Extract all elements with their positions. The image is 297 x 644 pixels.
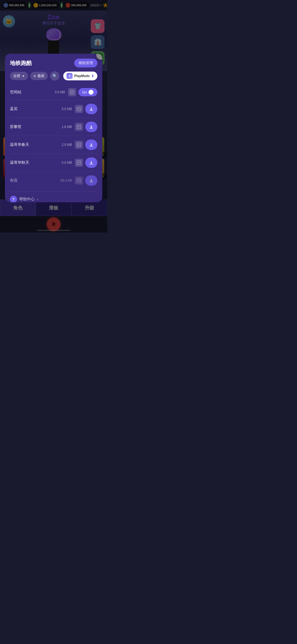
info-icon-5: [76, 178, 81, 183]
download-button-1[interactable]: [85, 104, 97, 114]
download-icon-1: [89, 107, 94, 111]
playmods-button[interactable]: P PlayMods ⬇: [63, 72, 97, 80]
mod-info-button-3[interactable]: [75, 141, 83, 149]
download-icon-5: [89, 178, 94, 183]
download-button-3[interactable]: [85, 140, 97, 150]
modal-header: 地铁跑酷 模组管理: [10, 59, 97, 67]
download-button-2[interactable]: [85, 122, 97, 132]
sort-label: 最新: [37, 73, 45, 78]
mod-info-button-0[interactable]: [68, 88, 76, 96]
info-icon-0: [70, 90, 75, 95]
toggle-circle-icon: [89, 90, 94, 95]
mod-name-5: 布宜: [10, 178, 60, 183]
mod-size-5: 39.4 KB: [60, 179, 72, 182]
mod-info-button-4[interactable]: [75, 159, 83, 167]
mod-size-4: 3.0 MB: [62, 161, 72, 165]
mod-item-1: 孟买 3.0 MB: [10, 100, 97, 118]
mod-item-2: 苏黎世 1.8 MB: [10, 118, 97, 136]
mod-name-0: 空间站: [10, 90, 55, 95]
filter-sort-button[interactable]: ≡ 最新: [30, 72, 48, 80]
mod-name-4: 温哥华秋天: [10, 160, 62, 165]
mod-size-2: 1.8 MB: [62, 125, 72, 129]
filter-all-dropdown[interactable]: 全部 ▼: [10, 72, 28, 80]
info-icon-4: [76, 160, 81, 165]
download-icon-3: [89, 143, 94, 147]
download-icon-2: [89, 125, 94, 129]
sort-icon: ≡: [34, 74, 36, 78]
download-icon-4: [89, 160, 94, 165]
download-button-5[interactable]: [85, 175, 97, 186]
help-center-label: 帮助中心: [19, 197, 35, 202]
mod-info-button-5[interactable]: [75, 176, 83, 185]
modal-title: 地铁跑酷: [10, 59, 32, 67]
info-icon-2: [76, 124, 81, 129]
help-arrow-icon: ›: [37, 197, 38, 202]
info-icon-1: [76, 107, 81, 111]
toggle-on-label: On: [82, 90, 87, 94]
mod-name-1: 孟买: [10, 107, 62, 111]
search-icon: 🔍: [53, 74, 57, 78]
mod-manage-button[interactable]: 模组管理: [74, 59, 97, 67]
filter-row: 全部 ▼ ≡ 最新 🔍 P PlayMods ⬇: [10, 71, 97, 81]
modal-panel: × 地铁跑酷 模组管理 全部 ▼ ≡ 最新 🔍 P PlayMods ⬇ 空间站…: [5, 54, 102, 202]
mod-size-3: 2.9 MB: [62, 143, 72, 147]
dropdown-arrow-icon: ▼: [22, 75, 25, 78]
filter-all-label: 全部: [13, 73, 20, 78]
mod-list: 空间站 3.0 MB On 孟买 3.0 MB: [10, 84, 97, 189]
info-icon-3: [76, 142, 81, 147]
mod-size-1: 3.0 MB: [62, 107, 72, 111]
mod-info-button-1[interactable]: [75, 105, 83, 113]
help-icon: ?: [10, 196, 17, 202]
close-icon: ×: [100, 54, 102, 58]
mod-item-4: 温哥华秋天 3.0 MB: [10, 154, 97, 172]
download-button-4[interactable]: [85, 157, 97, 168]
search-button[interactable]: 🔍: [50, 71, 59, 81]
mod-item-5: 布宜 39.4 KB: [10, 172, 97, 189]
mod-item-0: 空间站 3.0 MB On: [10, 84, 97, 100]
playmods-label: PlayMods: [74, 74, 90, 78]
mod-item-3: 温哥华春天 2.9 MB: [10, 136, 97, 154]
toggle-on-button-0[interactable]: On: [78, 88, 97, 96]
help-center[interactable]: ? 帮助中心 ›: [10, 192, 97, 202]
mod-name-2: 苏黎世: [10, 124, 62, 129]
mod-info-button-2[interactable]: [75, 123, 83, 131]
playmods-download-icon: ⬇: [91, 74, 94, 78]
playmods-logo-icon: P: [67, 73, 73, 79]
mod-name-3: 温哥华春天: [10, 142, 62, 147]
mod-size-0: 3.0 MB: [55, 90, 65, 94]
